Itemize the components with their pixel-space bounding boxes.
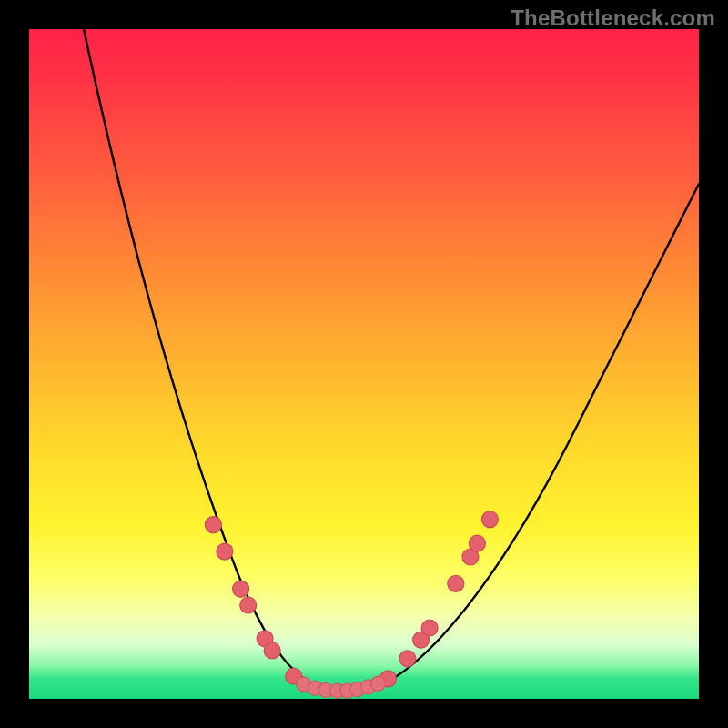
curve-marker	[421, 620, 438, 636]
curve-marker	[217, 543, 233, 560]
curve-markers	[205, 511, 498, 698]
curve-marker	[399, 651, 416, 667]
curve-left-branch	[84, 29, 320, 687]
curve-marker	[264, 642, 280, 659]
bottleneck-curve	[29, 29, 699, 699]
watermark-text: TheBottleneck.com	[511, 5, 715, 31]
curve-marker	[481, 511, 498, 528]
curve-marker	[448, 575, 464, 592]
chart-stage: TheBottleneck.com	[0, 0, 728, 728]
curve-marker	[469, 535, 485, 551]
curve-marker	[205, 517, 221, 533]
curve-marker	[371, 676, 386, 691]
curve-right-branch	[375, 184, 699, 688]
plot-area	[29, 29, 699, 699]
curve-marker	[233, 581, 249, 597]
curve-marker	[240, 597, 257, 613]
